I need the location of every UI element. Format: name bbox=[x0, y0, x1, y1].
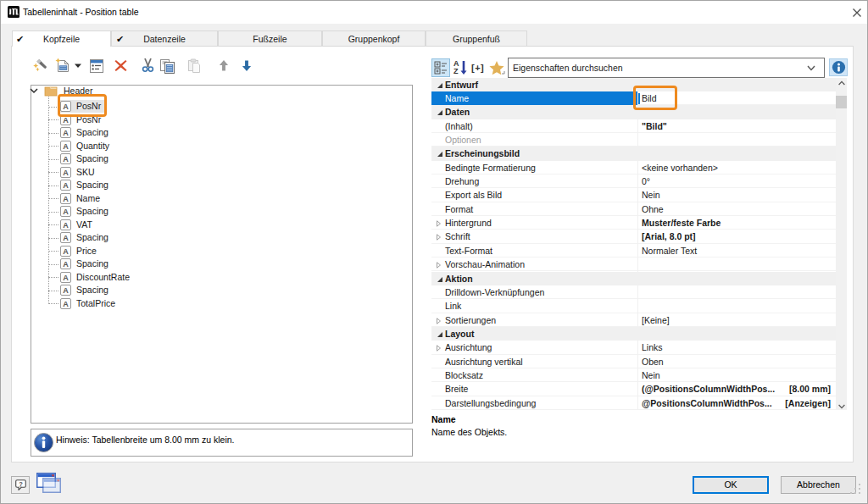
svg-text:?: ? bbox=[19, 480, 23, 488]
